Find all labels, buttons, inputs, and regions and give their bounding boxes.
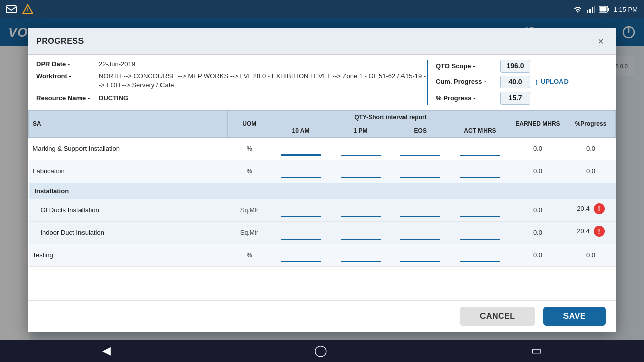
row-name: Indoor Duct Insulation (29, 221, 228, 244)
cell-earned-mhrs: 0.0 (510, 160, 566, 183)
workfront-value: NORTH --> CONCOURSE --> MEP WORKS --> LV… (99, 72, 427, 90)
alert-icon[interactable]: ! (594, 226, 605, 237)
svg-rect-5 (592, 7, 593, 13)
cell-10am[interactable] (271, 244, 331, 266)
cell-progress: 20.4 ! (566, 199, 616, 218)
resource-row: Resource Name - DUCTING (36, 94, 427, 103)
table-row: Marking & Support Installation % 0.0 0.0 (29, 137, 616, 160)
cell-act-mhrs[interactable] (450, 137, 510, 160)
wifi-icon (573, 5, 583, 13)
progress-table: SA UOM QTY-Short interval report EARNED … (28, 110, 616, 267)
upload-button[interactable]: ↑ UPLOAD (534, 76, 569, 88)
dialog-info-right: QTO Scope - 196.0 Cum. Progress - 40.0 ↑… (427, 60, 608, 105)
qto-scope-label: QTO Scope - (436, 62, 496, 71)
notification-icon (6, 5, 17, 14)
cell-1pm[interactable] (331, 244, 390, 266)
resource-value: DUCTING (99, 94, 128, 103)
cell-act-mhrs[interactable] (450, 160, 510, 183)
cell-progress: 0.0 (566, 137, 616, 160)
cell-earned-mhrs: 0.0 (510, 199, 566, 221)
upload-arrow-icon: ↑ (534, 76, 539, 88)
home-button[interactable]: ◯ (304, 342, 337, 359)
table-row: Fabrication % 0.0 0.0 (29, 160, 616, 183)
workfront-label: Workfront - (36, 72, 97, 81)
cell-1pm[interactable] (331, 221, 390, 244)
table-row: Testing % 0.0 0.0 (29, 244, 616, 266)
upload-label: UPLOAD (541, 77, 569, 86)
status-bar-right: 1:15 PM (573, 5, 638, 13)
dialog-title: PROGRESS (36, 37, 84, 46)
qto-scope-value: 196.0 (500, 60, 530, 73)
table-row: Indoor Duct Insulation Sq.Mtr 0.0 20.4 ! (29, 221, 616, 244)
dialog-info-left: DPR Date - 22-Jun-2019 Workfront - NORTH… (36, 60, 427, 105)
th-qty-group: QTY-Short interval report (271, 110, 510, 124)
pct-progress-row: % Progress - 15.7 (436, 92, 608, 105)
cell-1pm[interactable] (331, 137, 390, 160)
status-bar: ! 1:15 PM (0, 0, 644, 18)
svg-rect-4 (589, 9, 591, 13)
cell-earned-mhrs: 0.0 (510, 244, 566, 266)
svg-rect-3 (587, 10, 588, 13)
cell-act-mhrs[interactable] (450, 244, 510, 266)
svg-rect-0 (6, 6, 16, 13)
close-button[interactable]: × (594, 34, 608, 48)
row-uom: % (227, 137, 271, 160)
signal-icon (587, 5, 595, 13)
cell-eos[interactable] (390, 244, 450, 266)
cell-progress: 0.0 (566, 244, 616, 266)
dialog-footer: CANCEL SAVE (28, 300, 616, 332)
row-uom: % (227, 244, 271, 266)
status-bar-left: ! (6, 4, 33, 15)
cell-10am[interactable] (271, 221, 331, 244)
resource-label: Resource Name - (36, 94, 97, 103)
th-1pm: 1 PM (331, 124, 390, 137)
cell-progress: 20.4 ! (566, 222, 616, 241)
dpr-label: DPR Date - (36, 60, 97, 69)
workfront-row: Workfront - NORTH --> CONCOURSE --> MEP … (36, 72, 427, 90)
th-sa: SA (29, 110, 228, 137)
row-name: GI Ducts Installation (29, 199, 228, 221)
cell-10am[interactable] (271, 199, 331, 221)
qto-scope-row: QTO Scope - 196.0 (436, 60, 608, 73)
dialog-header: PROGRESS × (28, 28, 616, 55)
th-act-mhrs: ACT MHRS (450, 124, 510, 137)
row-uom: % (227, 160, 271, 183)
cell-1pm[interactable] (331, 160, 390, 183)
cum-progress-label: Cum. Progress - (436, 77, 496, 86)
warning-icon: ! (22, 4, 33, 15)
back-button[interactable]: ◀ (92, 342, 121, 359)
cell-earned-mhrs: 0.0 (510, 137, 566, 160)
recents-button[interactable]: ▭ (521, 342, 552, 359)
cell-eos[interactable] (390, 199, 450, 221)
th-progress: %Progress (566, 110, 616, 137)
row-uom: Sq.Mtr (227, 199, 271, 221)
cell-act-mhrs[interactable] (450, 221, 510, 244)
cell-1pm[interactable] (331, 199, 390, 221)
cell-progress: 0.0 (566, 160, 616, 183)
cum-progress-value: 40.0 (500, 76, 530, 89)
table-body: Marking & Support Installation % 0.0 0.0… (29, 137, 616, 266)
table-area: SA UOM QTY-Short interval report EARNED … (28, 110, 616, 300)
row-name: Fabrication (29, 160, 228, 183)
dpr-value: 22-Jun-2019 (99, 60, 135, 69)
row-name: Marking & Support Installation (29, 137, 228, 160)
cell-10am[interactable] (271, 137, 331, 160)
save-button[interactable]: SAVE (543, 307, 606, 326)
pct-progress-label: % Progress - (436, 94, 496, 103)
cell-act-mhrs[interactable] (450, 199, 510, 221)
cell-eos[interactable] (390, 221, 450, 244)
battery-icon (599, 6, 610, 13)
table-row: GI Ducts Installation Sq.Mtr 0.0 20.4 ! (29, 199, 616, 221)
dialog-info: DPR Date - 22-Jun-2019 Workfront - NORTH… (28, 55, 616, 110)
row-uom: Sq.Mtr (227, 221, 271, 244)
cell-10am[interactable] (271, 160, 331, 183)
svg-rect-6 (594, 6, 595, 13)
cell-eos[interactable] (390, 160, 450, 183)
cum-progress-row: Cum. Progress - 40.0 ↑ UPLOAD (436, 76, 608, 89)
svg-text:!: ! (27, 7, 29, 13)
alert-icon[interactable]: ! (594, 203, 605, 214)
cell-eos[interactable] (390, 137, 450, 160)
cancel-button[interactable]: CANCEL (460, 307, 535, 326)
status-time: 1:15 PM (614, 6, 638, 13)
pct-progress-value: 15.7 (500, 92, 530, 105)
